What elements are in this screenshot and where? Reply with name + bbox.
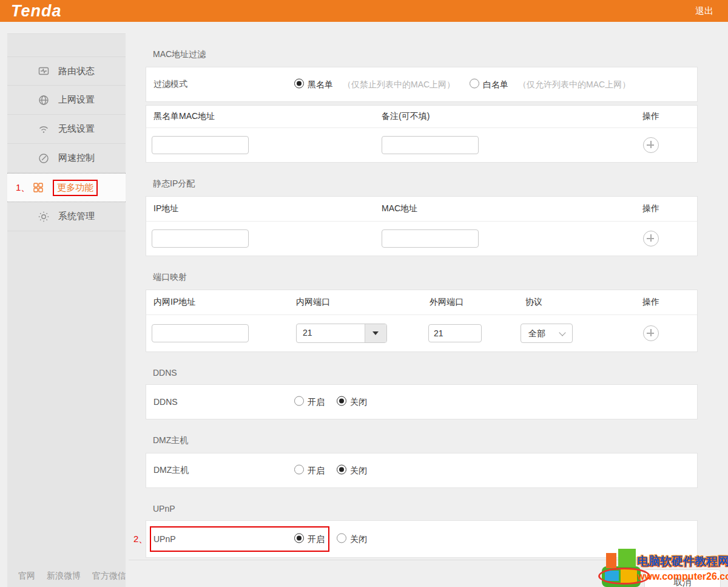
dmz-group: 开启 关闭 [294, 465, 377, 477]
sidebar-item-label: 无线设置 [58, 123, 95, 135]
lan-ip-input[interactable] [152, 324, 249, 342]
sidebar-item-label: 网速控制 [58, 152, 95, 164]
main-content: MAC地址过滤 过滤模式 黑名单（仅禁止列表中的MAC上网） 白名单（仅允许列表… [146, 33, 698, 574]
static-ip-card: IP地址 MAC地址 操作 [146, 196, 698, 256]
section-title: DMZ主机 [153, 435, 698, 446]
port-mapping-input-row: 全部 [146, 315, 697, 351]
col-action: 操作 [642, 111, 659, 122]
dmz-row: DMZ主机 开启 关闭 [146, 453, 697, 487]
ddns-on-radio[interactable] [294, 396, 304, 406]
sidebar-item-wireless-settings[interactable]: 无线设置 [7, 115, 126, 144]
bottom-divider [129, 560, 728, 560]
sidebar-item-router-status[interactable]: 路由状态 [7, 56, 126, 86]
grid-icon [32, 182, 44, 194]
wifi-icon [38, 123, 50, 135]
section-dmz: DMZ主机 DMZ主机 开启 关闭 [146, 435, 698, 488]
col-action: 操作 [642, 203, 659, 214]
ddns-on-label: 开启 [308, 397, 325, 407]
col-mac: MAC地址 [382, 203, 417, 214]
section-title: 静态IP分配 [153, 178, 698, 189]
section-title: DDNS [153, 368, 698, 378]
col-note: 备注(可不填) [382, 111, 430, 122]
static-ip-table-header: IP地址 MAC地址 操作 [146, 197, 697, 222]
static-mac-input[interactable] [382, 229, 479, 248]
annotation-red-box [150, 526, 329, 552]
section-upnp: UPnP 2、 UPnP 开启 关闭 [146, 504, 698, 558]
sidebar: 路由状态 上网设置 无线设置 网速控制 1、 更多功能 [7, 33, 126, 587]
section-static-ip: 静态IP分配 IP地址 MAC地址 操作 [146, 178, 698, 256]
ddns-off-radio[interactable] [337, 396, 346, 406]
whitelist-hint: （仅允许列表中的MAC上网） [518, 80, 630, 89]
dmz-on-label: 开启 [308, 466, 325, 475]
lan-port-combo[interactable] [296, 324, 387, 343]
section-title: UPnP [153, 504, 698, 514]
ddns-label: DDNS [153, 397, 178, 407]
blacklist-mac-input[interactable] [152, 136, 249, 154]
lan-port-input[interactable] [297, 324, 366, 341]
col-blacklist-mac: 黑名单MAC地址 [153, 111, 215, 122]
sidebar-item-internet-settings[interactable]: 上网设置 [7, 86, 126, 115]
col-action: 操作 [642, 297, 659, 308]
section-port-mapping: 端口映射 内网IP地址 内网端口 外网端口 协议 操作 [146, 272, 698, 352]
mac-filter-mode-card: 过滤模式 黑名单（仅禁止列表中的MAC上网） 白名单（仅允许列表中的MAC上网） [146, 67, 698, 102]
dmz-label: DMZ主机 [153, 465, 189, 476]
blacklist-hint: （仅禁止列表中的MAC上网） [343, 80, 455, 89]
sidebar-item-system-management[interactable]: 系统管理 [7, 202, 126, 231]
sidebar-item-label: 上网设置 [58, 94, 95, 106]
sidebar-item-label-highlighted: 更多功能 [53, 180, 98, 196]
section-title: MAC地址过滤 [153, 49, 698, 60]
footer-link-official-site[interactable]: 官网 [18, 571, 35, 580]
col-ip: IP地址 [153, 203, 178, 214]
footer-link-weibo[interactable]: 新浪微博 [47, 571, 81, 580]
ddns-group: 开启 关闭 [294, 396, 377, 408]
dmz-on-radio[interactable] [294, 465, 304, 475]
dmz-card: DMZ主机 开启 关闭 [146, 453, 698, 488]
mac-filter-input-row [146, 128, 697, 162]
ddns-card: DDNS 开启 关闭 [146, 384, 698, 419]
dmz-off-radio[interactable] [337, 465, 346, 475]
mac-filter-table-card: 黑名单MAC地址 备注(可不填) 操作 [146, 105, 698, 163]
static-ip-input-row [146, 222, 697, 256]
port-mapping-card: 内网IP地址 内网端口 外网端口 协议 操作 全部 [146, 290, 698, 352]
caret-down-icon [372, 331, 379, 335]
protocol-select[interactable]: 全部 [521, 324, 573, 343]
add-mac-filter-button[interactable] [643, 137, 659, 153]
add-static-ip-button[interactable] [643, 231, 659, 246]
port-mapping-table-header: 内网IP地址 内网端口 外网端口 协议 操作 [146, 290, 697, 315]
wan-port-input[interactable] [428, 324, 482, 342]
dmz-off-label: 关闭 [350, 466, 367, 475]
whitelist-label: 白名单 [483, 80, 508, 89]
section-ddns: DDNS DDNS 开启 关闭 [146, 368, 698, 419]
sidebar-item-speed-control[interactable]: 网速控制 [7, 144, 126, 173]
add-port-mapping-button[interactable] [643, 325, 659, 341]
status-wave-icon [38, 65, 50, 77]
col-lan-ip: 内网IP地址 [153, 297, 195, 308]
upnp-row: 2、 UPnP 开启 关闭 [146, 521, 697, 557]
cancel-button[interactable]: 取消 [644, 569, 721, 587]
filter-mode-group: 黑名单（仅禁止列表中的MAC上网） 白名单（仅允许列表中的MAC上网） [294, 79, 642, 90]
mac-filter-table-header: 黑名单MAC地址 备注(可不填) 操作 [146, 106, 697, 128]
annotation-step-2: 2、 [133, 534, 147, 545]
col-protocol: 协议 [525, 297, 542, 308]
dropdown-button[interactable] [365, 324, 386, 342]
ddns-off-label: 关闭 [350, 397, 367, 407]
filter-mode-label: 过滤模式 [153, 79, 187, 90]
sidebar-item-label: 系统管理 [58, 211, 95, 222]
protocol-value: 全部 [528, 328, 545, 338]
blacklist-label: 黑名单 [308, 80, 333, 89]
blacklist-radio[interactable] [294, 79, 304, 89]
section-title: 端口映射 [153, 272, 698, 283]
footer-links: 官网 新浪微博 官方微信 [18, 571, 135, 582]
logout-button[interactable]: 退出 [695, 5, 713, 17]
chevron-down-icon [559, 329, 565, 336]
speedometer-icon [38, 152, 50, 165]
upnp-off-radio[interactable] [337, 534, 346, 543]
tenda-logo: Tenda [11, 1, 62, 21]
whitelist-radio[interactable] [470, 79, 479, 89]
static-ip-input[interactable] [152, 229, 249, 248]
ddns-row: DDNS 开启 关闭 [146, 385, 697, 419]
sidebar-item-more-features[interactable]: 1、 更多功能 [7, 173, 126, 202]
upnp-off-label: 关闭 [350, 534, 367, 544]
note-input[interactable] [382, 136, 479, 154]
footer-link-wechat[interactable]: 官方微信 [92, 571, 126, 580]
